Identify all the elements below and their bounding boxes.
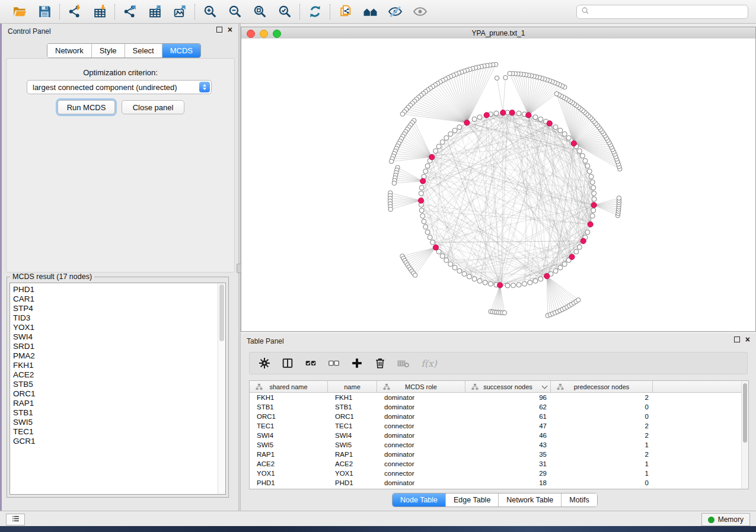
table-cell[interactable]: 1 — [551, 469, 653, 478]
table-cell[interactable]: 2 — [551, 450, 653, 459]
columns-icon[interactable] — [281, 356, 294, 370]
sort-caret-icon[interactable] — [542, 383, 548, 389]
mcds-result-item[interactable]: ORC1 — [10, 389, 225, 399]
mcds-result-item[interactable]: GCR1 — [10, 437, 225, 446]
mcds-list-scrollbar[interactable] — [218, 283, 225, 494]
tab-network-table[interactable]: Network Table — [498, 493, 561, 507]
table-cell[interactable]: FKH1 — [250, 393, 328, 402]
table-cell[interactable]: connector — [377, 459, 465, 469]
network-canvas[interactable] — [241, 39, 755, 331]
table-cell[interactable]: 1 — [551, 440, 653, 450]
table-row[interactable]: STB1STB1dominator620 — [250, 402, 748, 412]
table-cell[interactable]: dominator — [377, 393, 465, 402]
table-cell[interactable]: 96 — [465, 393, 551, 402]
mcds-result-item[interactable]: PHD1 — [10, 285, 225, 294]
float-panel-icon[interactable] — [216, 27, 222, 33]
column-header-name[interactable]: name — [328, 381, 377, 392]
table-cell[interactable]: dominator — [377, 402, 465, 412]
mcds-result-item[interactable]: SWI5 — [10, 418, 225, 427]
table-cell[interactable]: SWI4 — [328, 431, 377, 440]
tab-network[interactable]: Network — [47, 44, 91, 57]
table-cell[interactable]: 18 — [465, 478, 551, 488]
tab-style[interactable]: Style — [91, 44, 125, 57]
zoom-in-icon[interactable] — [202, 4, 218, 20]
mcds-result-item[interactable]: TID3 — [10, 313, 225, 323]
mcds-result-item[interactable]: STB1 — [10, 408, 225, 418]
table-row[interactable]: RAP1RAP1dominator352 — [250, 450, 748, 459]
table-cell[interactable]: SWI5 — [250, 440, 328, 450]
save-icon[interactable] — [36, 4, 53, 20]
import-network-icon[interactable] — [66, 4, 83, 20]
refresh-icon[interactable] — [307, 4, 323, 20]
table-cell[interactable]: PHD1 — [250, 478, 328, 488]
table-cell[interactable]: 0 — [551, 402, 653, 412]
table-cell[interactable]: 47 — [465, 421, 551, 431]
column-header-MCDS-role[interactable]: MCDS role — [377, 381, 465, 392]
table-cell[interactable]: ORC1 — [250, 412, 328, 421]
column-header-successor-nodes[interactable]: successor nodes — [465, 381, 551, 392]
table-cell[interactable]: RAP1 — [250, 450, 328, 459]
table-cell[interactable]: 61 — [465, 412, 551, 421]
tab-node-table[interactable]: Node Table — [393, 493, 445, 507]
table-cell[interactable]: 29 — [465, 469, 551, 478]
network-window-titlebar[interactable]: YPA_prune.txt_1 — [241, 27, 755, 39]
import-table-icon[interactable] — [91, 4, 108, 20]
close-panel-icon[interactable]: × — [228, 27, 232, 33]
table-row[interactable]: SWI4SWI4dominator462 — [250, 431, 748, 440]
duplicate-network-icon[interactable] — [337, 4, 353, 20]
mcds-result-item[interactable]: STP4 — [10, 304, 225, 313]
table-cell[interactable]: ACE2 — [250, 459, 328, 469]
table-cell[interactable]: 31 — [465, 459, 551, 469]
plus-icon[interactable] — [350, 356, 363, 370]
close-traffic-light[interactable] — [247, 30, 255, 38]
table-cell[interactable]: 0 — [551, 478, 653, 488]
table-scrollbar-thumb[interactable] — [743, 383, 747, 443]
mcds-result-item[interactable]: SRD1 — [10, 342, 225, 351]
mcds-result-item[interactable]: STB5 — [10, 380, 225, 389]
zoom-selected-icon[interactable] — [276, 4, 293, 20]
export-table-icon[interactable] — [146, 4, 163, 20]
tab-select[interactable]: Select — [125, 44, 162, 57]
table-cell[interactable]: 43 — [465, 440, 551, 450]
mcds-result-item[interactable]: RAP1 — [10, 399, 225, 408]
criterion-select[interactable]: largest connected component (undirected) — [27, 80, 212, 94]
memory-button[interactable]: Memory — [701, 513, 750, 526]
mcds-result-item[interactable]: YOX1 — [10, 323, 225, 332]
tab-mcds[interactable]: MCDS — [162, 44, 200, 57]
table-cell[interactable]: YOX1 — [328, 469, 377, 478]
table-cell[interactable]: PHD1 — [328, 478, 377, 488]
trash-icon[interactable] — [374, 356, 387, 370]
maximize-traffic-light[interactable] — [273, 30, 281, 38]
table-row[interactable]: ORC1ORC1dominator610 — [250, 412, 748, 421]
table-cell[interactable]: TEC1 — [328, 421, 377, 431]
zoom-fit-icon[interactable] — [251, 4, 268, 20]
table-cell[interactable]: YOX1 — [250, 469, 328, 478]
gear-icon[interactable] — [258, 356, 271, 370]
show-all-icon[interactable] — [412, 4, 428, 20]
table-cell[interactable]: SWI5 — [328, 440, 377, 450]
table-row[interactable]: YOX1YOX1connector291 — [250, 469, 748, 478]
close-panel-button[interactable]: Close panel — [122, 100, 184, 114]
table-cell[interactable]: dominator — [377, 412, 465, 421]
table-scrollbar[interactable] — [741, 381, 748, 489]
run-mcds-button[interactable]: Run MCDS — [58, 100, 115, 114]
table-cell[interactable]: dominator — [377, 450, 465, 459]
table-cell[interactable]: dominator — [377, 478, 465, 488]
export-network-icon[interactable] — [122, 4, 138, 20]
table-cell[interactable]: 0 — [551, 412, 653, 421]
minimize-traffic-light[interactable] — [260, 30, 268, 38]
table-row[interactable]: ACE2ACE2connector311 — [250, 459, 748, 469]
table-cell[interactable]: 2 — [551, 431, 653, 440]
close-table-panel-icon[interactable]: × — [745, 336, 750, 342]
first-neighbors-icon[interactable] — [362, 4, 378, 20]
table-cell[interactable]: SWI4 — [250, 431, 328, 440]
zoom-out-icon[interactable] — [227, 4, 243, 20]
panel-menu-button[interactable] — [6, 514, 25, 525]
table-cell[interactable]: STB1 — [250, 402, 328, 412]
export-image-icon[interactable] — [171, 4, 188, 20]
table-cell[interactable]: connector — [377, 469, 465, 478]
mcds-result-item[interactable]: CAR1 — [10, 294, 225, 304]
hide-selected-icon[interactable] — [387, 4, 403, 20]
table-cell[interactable]: connector — [377, 440, 465, 450]
table-cell[interactable]: 2 — [551, 421, 653, 431]
